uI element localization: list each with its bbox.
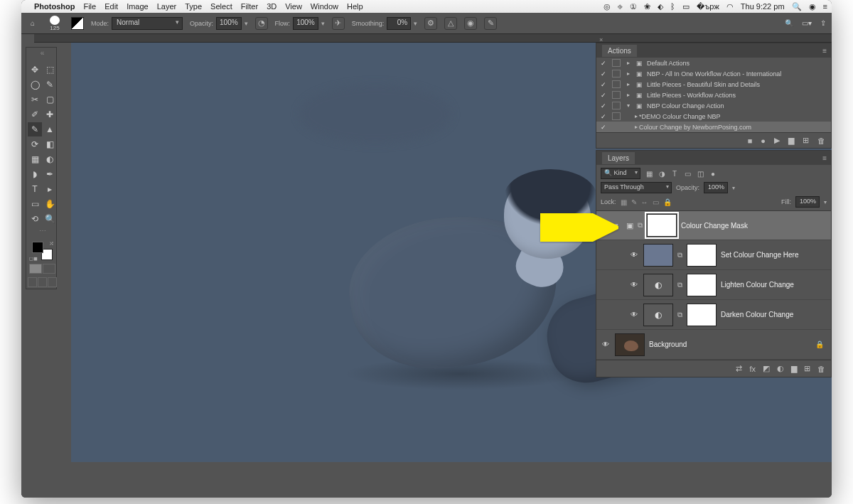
adjustment-icon[interactable]: ◐	[643, 274, 673, 296]
chevron-down-icon[interactable]: ▾	[615, 222, 622, 229]
filter-pixel-icon[interactable]: ▦	[645, 170, 653, 178]
screen-mode-icon[interactable]	[28, 277, 37, 287]
filter-smartobject-icon[interactable]: ◫	[696, 170, 704, 178]
delete-button[interactable]: 🗑	[817, 136, 825, 145]
new-group-button[interactable]: ▆	[791, 364, 797, 373]
record-button[interactable]: ●	[761, 136, 766, 145]
dialog-toggle-icon[interactable]	[612, 91, 621, 99]
quickmask-mode-icon[interactable]	[43, 264, 55, 274]
new-set-button[interactable]: ▆	[788, 136, 794, 145]
airbrush-icon[interactable]: ✈	[332, 17, 345, 30]
toolbox-collapse-icon[interactable]: «	[28, 49, 57, 62]
menu-type[interactable]: Type	[185, 2, 202, 11]
checkmark-icon[interactable]: ✓	[599, 60, 608, 67]
checkmark-icon[interactable]: ✓	[599, 92, 608, 99]
adjustment-layer-button[interactable]: ◐	[777, 364, 784, 373]
layer-name[interactable]: Background	[649, 341, 811, 348]
panel-menu-icon[interactable]: ≡	[822, 154, 827, 162]
checkmark-icon[interactable]: ✓	[599, 70, 608, 77]
history-brush-tool[interactable]: ⟳	[28, 137, 42, 151]
symmetry-icon[interactable]: ✎	[484, 17, 497, 30]
layer-opacity-input[interactable]: 100%	[704, 182, 728, 193]
panel-menu-icon[interactable]: ≡	[822, 47, 827, 55]
dropbox-icon[interactable]: ⬖	[658, 2, 663, 11]
layers-tab[interactable]: Layers	[602, 152, 635, 164]
menu-3d[interactable]: 3D	[267, 2, 277, 11]
layer-row[interactable]: 👁◐⧉Lighten Colour Change	[596, 270, 831, 300]
disclosure-icon[interactable]: ▾	[625, 102, 632, 109]
close-icon[interactable]: ×	[599, 36, 603, 43]
frame-tool[interactable]: ▢	[43, 92, 57, 107]
flow-input[interactable]: 100%	[293, 17, 318, 30]
type-tool[interactable]: T	[28, 182, 42, 196]
dialog-toggle-icon[interactable]	[612, 70, 621, 77]
visibility-icon[interactable]: 👁	[629, 281, 639, 289]
share-icon[interactable]: ⇪	[820, 19, 826, 27]
dialog-toggle-icon[interactable]	[612, 102, 621, 109]
action-row[interactable]: ✓▸▣Little Pieces - Workflow Actions	[596, 90, 831, 100]
new-action-button[interactable]: ⊞	[803, 136, 809, 145]
disclosure-icon[interactable]: ▸	[625, 92, 632, 98]
path-select-tool[interactable]: ▸	[43, 182, 57, 196]
standard-mode-icon[interactable]	[29, 264, 42, 274]
opacity-input[interactable]: 100%	[216, 17, 242, 30]
menu-edit[interactable]: Edit	[104, 2, 118, 11]
chevron-down-icon[interactable]: ▾	[321, 20, 325, 27]
actions-tab[interactable]: Actions	[602, 45, 637, 57]
filter-adjustment-icon[interactable]: ◑	[658, 170, 666, 178]
layer-filter-kind-select[interactable]: 🔍 Kind	[601, 168, 640, 179]
disclosure-icon[interactable]: ▸	[625, 60, 632, 66]
checkmark-icon[interactable]: ✓	[599, 102, 608, 109]
move-tool[interactable]: ✥	[28, 63, 42, 77]
menu-image[interactable]: Image	[127, 2, 149, 11]
shape-tool[interactable]: ▭	[28, 197, 42, 211]
tab-handle-icon[interactable]	[21, 34, 34, 43]
fill-input[interactable]: 100%	[795, 196, 820, 208]
brush-panel-toggle-icon[interactable]	[71, 17, 84, 30]
crop-tool[interactable]: ✂	[28, 92, 42, 107]
layer-mask-thumbnail[interactable]	[647, 214, 677, 237]
app-name[interactable]: Photoshop	[34, 2, 75, 11]
layer-row[interactable]: 👁⧉Set Colour Change Here	[596, 240, 831, 270]
hand-tool[interactable]: ✋	[43, 197, 57, 211]
dialog-toggle-icon[interactable]	[612, 112, 621, 120]
action-row[interactable]: ✓▸Colour Change by NewbornPosing.com	[596, 122, 831, 132]
blend-mode-select[interactable]: Normal	[112, 17, 183, 30]
stop-button[interactable]: ■	[748, 136, 753, 145]
layer-thumbnail[interactable]	[615, 333, 645, 356]
visibility-icon[interactable]: 👁	[601, 222, 611, 230]
default-colors-icon[interactable]: ◻◼	[29, 256, 38, 262]
disclosure-icon[interactable]: ▸	[625, 124, 635, 130]
play-button[interactable]: ▶	[774, 136, 780, 145]
dialog-toggle-icon[interactable]	[612, 80, 621, 88]
screen-mode-icon[interactable]	[38, 277, 47, 287]
notifications-icon[interactable]: ≡	[823, 2, 827, 11]
action-row[interactable]: ✓▸▣NBP - All In One Workflow Action - In…	[596, 68, 831, 79]
dodge-tool[interactable]: ◗	[28, 167, 42, 181]
color-swatches[interactable]: ⤭ ◻◼	[28, 240, 57, 262]
smoothing-input[interactable]: 0%	[387, 17, 411, 30]
layer-name[interactable]: Set Colour Change Here	[721, 251, 827, 259]
display-icon[interactable]: ▭	[682, 2, 690, 11]
wifi-icon[interactable]: �ърж	[697, 2, 719, 11]
visibility-icon[interactable]: 👁	[629, 311, 639, 318]
checkmark-icon[interactable]: ✓	[599, 113, 608, 120]
status-icon[interactable]: ①	[630, 2, 637, 11]
pen-tool[interactable]: ✒	[43, 167, 57, 181]
blend-mode-select[interactable]: Pass Through	[601, 182, 672, 193]
zoom-tool[interactable]: 🔍	[43, 212, 57, 226]
lock-pixels-icon[interactable]: ✎	[631, 198, 637, 206]
angle-icon[interactable]: △	[444, 17, 457, 30]
lock-position-icon[interactable]: ↔	[641, 198, 648, 206]
layer-row[interactable]: 👁◐⧉Darken Colour Change	[596, 300, 831, 330]
healing-tool[interactable]: ✚	[43, 107, 57, 122]
visibility-icon[interactable]: 👁	[601, 341, 611, 348]
adjustment-icon[interactable]: ◐	[643, 304, 673, 326]
workspace-switcher-icon[interactable]: ▭▾	[802, 19, 812, 27]
layer-mask-button[interactable]: ◩	[763, 364, 770, 373]
chevron-down-icon[interactable]: ▾	[414, 20, 417, 27]
eraser-tool[interactable]: ◧	[43, 137, 57, 151]
link-layers-button[interactable]: ⇄	[736, 364, 742, 373]
layer-name[interactable]: Lighten Colour Change	[721, 281, 827, 289]
menu-view[interactable]: View	[285, 2, 302, 11]
